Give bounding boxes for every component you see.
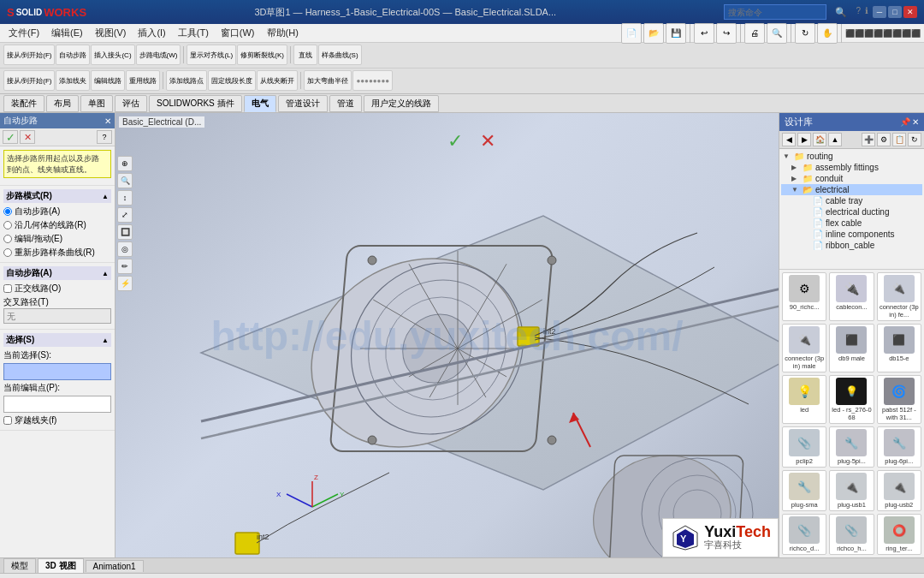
comp-led-rs[interactable]: 💡 led - rs_276-068 — [829, 375, 874, 424]
comp-plugusb2[interactable]: 🔌 plug-usb2 — [877, 470, 921, 511]
rp-add-btn[interactable]: ➕ — [862, 133, 875, 146]
tab-animation[interactable]: Animation1 — [86, 560, 144, 572]
x-button[interactable]: ✕ — [20, 130, 35, 144]
current-edit-box[interactable] — [3, 396, 111, 413]
save-button[interactable]: 💾 — [666, 23, 686, 44]
maximize-button[interactable]: □ — [888, 6, 902, 18]
redo-button[interactable]: ↪ — [716, 23, 737, 44]
radio-edit-input[interactable] — [3, 235, 12, 243]
radio-reroute-input[interactable] — [3, 248, 12, 257]
open-button[interactable]: 📂 — [643, 23, 664, 44]
comp-richcoh[interactable]: 📎 richco_h... — [829, 514, 874, 555]
minimize-button[interactable]: ─ — [873, 6, 886, 18]
tab-evaluate[interactable]: 评估 — [115, 95, 147, 112]
rp-forward-btn[interactable]: ▶ — [797, 133, 811, 146]
tab-pipe[interactable]: 管道 — [329, 95, 362, 112]
edit-wire-btn[interactable]: 编辑线路 — [91, 70, 125, 91]
comp-pclip2[interactable]: 📎 pclip2 — [782, 426, 826, 468]
tree-conduit[interactable]: ▶ 📁 conduit — [781, 173, 922, 184]
pan-button[interactable]: ✋ — [817, 23, 838, 44]
auto-route-btn[interactable]: 自动步路 — [56, 45, 90, 65]
comp-richcod[interactable]: 📎 richco_d... — [782, 514, 826, 555]
tree-inline[interactable]: 📄 inline components — [781, 229, 922, 240]
right-panel-close-icon[interactable]: ✕ — [912, 117, 919, 127]
comp-cablecon[interactable]: 🔌 cablecon... — [829, 272, 874, 321]
check-route-btn[interactable]: 修剪断裂线(K) — [237, 45, 287, 65]
show-dims-btn[interactable]: 显示对齐线(L) — [187, 45, 236, 65]
comp-ringter[interactable]: ⭕ ring_ter... — [877, 514, 921, 555]
comp-db15e[interactable]: ⬛ db15-e — [877, 324, 921, 372]
route-path-input[interactable] — [3, 308, 111, 324]
cross-line-checkbox[interactable]: 正交线路(O) — [3, 283, 111, 295]
print-button[interactable]: 🖨 — [744, 23, 765, 44]
tree-flex-cable[interactable]: 📄 flex cable — [781, 217, 922, 229]
show-spline-btn[interactable]: 添加线路点 — [166, 70, 207, 91]
rp-settings-btn[interactable]: ⚙ — [877, 133, 891, 146]
radio-auto[interactable]: 自动步路(A) — [3, 206, 111, 217]
comp-plugusb1[interactable]: 🔌 plug-usb1 — [829, 470, 874, 511]
comp-90richc[interactable]: ⚙ 90_richc... — [782, 272, 826, 321]
route-prop-btn[interactable]: 接从/到开始(F) — [3, 70, 55, 91]
add-length-btn[interactable]: 固定线段长度 — [208, 70, 256, 91]
tab-model[interactable]: 模型 — [3, 558, 36, 573]
search-input[interactable] — [724, 4, 826, 20]
comp-db9male[interactable]: ⬛ db9 male — [829, 324, 874, 372]
tab-layout[interactable]: 布局 — [46, 95, 79, 112]
tab-custom-route[interactable]: 用户定义的线路 — [364, 95, 439, 112]
menu-view[interactable]: 视图(V) — [90, 25, 132, 41]
rp-home-btn[interactable]: 🏠 — [813, 133, 826, 146]
question-button[interactable]: ? — [97, 130, 112, 144]
tree-cable-tray[interactable]: 📄 cable tray — [781, 195, 922, 206]
panel-close-icon[interactable]: ✕ — [104, 116, 111, 126]
spline-btn[interactable]: 样条曲线(S) — [318, 45, 362, 65]
rp-back-btn[interactable]: ◀ — [782, 133, 796, 146]
tab-assembly[interactable]: 装配件 — [3, 95, 44, 112]
zoom-button[interactable]: 🔍 — [767, 23, 787, 44]
cross-clip-input[interactable] — [3, 416, 12, 425]
collapse-arrow-select[interactable]: ▲ — [102, 337, 109, 344]
route-cable-btn[interactable]: 步路电缆(W) — [136, 45, 181, 65]
collapse-arrow-auto[interactable]: ▲ — [102, 270, 109, 277]
radio-edit[interactable]: 编辑/拖动(E) — [3, 233, 111, 245]
comp-plug5pi[interactable]: 🔧 plug-5pi... — [829, 426, 874, 468]
menu-window[interactable]: 窗口(W) — [216, 25, 260, 41]
radio-reroute[interactable]: 重新步路样条曲线(R) — [3, 247, 111, 259]
tree-ribbon[interactable]: 📄 ribbon_cable — [781, 240, 922, 251]
tab-electrical[interactable]: 电气 — [244, 95, 276, 112]
current-select-box[interactable] — [3, 363, 111, 380]
comp-led[interactable]: 💡 led — [782, 375, 826, 424]
line-btn[interactable]: 直线 — [293, 45, 317, 65]
radio-geometry[interactable]: 沿几何体的线路(R) — [3, 219, 111, 231]
rp-view-btn[interactable]: 📋 — [892, 133, 906, 146]
comp-plug6pi[interactable]: 🔧 plug-6pi... — [877, 426, 921, 468]
tab-sw-plugins[interactable]: SOLIDWORKS 插件 — [149, 95, 242, 112]
tab-3dview[interactable]: 3D 视图 — [38, 558, 84, 573]
undo-button[interactable]: ↩ — [694, 23, 714, 44]
viewport[interactable]: Basic_Electrical (D... http://edu.yuxite… — [116, 113, 779, 557]
splitter-btn[interactable]: 重用线路 — [126, 70, 160, 91]
comp-plugsma[interactable]: 🔧 plug-sma — [782, 470, 826, 511]
radio-auto-input[interactable] — [3, 207, 12, 216]
menu-help[interactable]: 帮助(H) — [262, 25, 304, 41]
tree-root[interactable]: ▼ 📁 routing — [781, 151, 922, 162]
right-panel-pin-icon[interactable]: 📌 — [900, 117, 910, 127]
tree-assembly[interactable]: ▶ 📁 assembly fittings — [781, 162, 922, 173]
search-icon[interactable]: 🔍 — [835, 7, 847, 18]
tree-elec-ducting[interactable]: 📄 electrical ducting — [781, 206, 922, 217]
menu-edit[interactable]: 编辑(E) — [46, 25, 88, 41]
info-icon[interactable]: ℹ — [865, 6, 868, 18]
rp-up-btn[interactable]: ▲ — [828, 133, 842, 146]
tree-electrical[interactable]: ▼ 📂 electrical — [781, 184, 922, 195]
add-connector-btn[interactable]: 插入接头(C) — [91, 45, 134, 65]
cross-clip-checkbox[interactable]: 穿越线夹(f) — [3, 414, 111, 426]
radio-geometry-input[interactable] — [3, 221, 12, 229]
rotate-button[interactable]: ↻ — [795, 23, 815, 44]
tab-pipe-design[interactable]: 管道设计 — [278, 95, 328, 112]
close-button[interactable]: ✕ — [903, 6, 917, 18]
new-button[interactable]: 📄 — [621, 23, 642, 44]
menu-tools[interactable]: 工具(T) — [173, 25, 214, 41]
tab-drawing[interactable]: 单图 — [80, 95, 113, 112]
collapse-arrow-mode[interactable]: ▲ — [102, 193, 109, 200]
add-clip-btn[interactable]: 添加线夹 — [56, 70, 90, 91]
comp-conn3pinm[interactable]: 🔌 connector (3pin) male — [782, 324, 826, 372]
